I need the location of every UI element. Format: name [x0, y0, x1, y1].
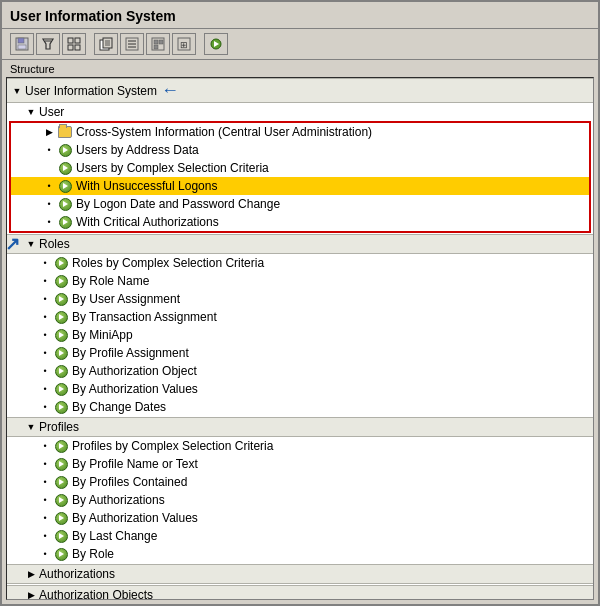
- root-label: User Information System: [25, 83, 157, 99]
- cross-system-label: Cross-System Information (Central User A…: [76, 124, 372, 140]
- logon-date-icon: [57, 197, 73, 211]
- tree-item-user-assignment[interactable]: • By User Assignment: [7, 290, 593, 308]
- roles-complex-bullet: •: [39, 257, 51, 269]
- critical-auth-icon: [57, 215, 73, 229]
- authorizations-icon: [53, 493, 69, 507]
- tree-item-transaction-assign[interactable]: • By Transaction Assignment: [7, 308, 593, 326]
- section-user[interactable]: ▼ User: [7, 103, 593, 121]
- change-dates-bullet: •: [39, 401, 51, 413]
- tree-area[interactable]: ▼ User Information System ← ▼ User ▶ Cro…: [6, 77, 594, 600]
- svg-rect-2: [18, 45, 26, 49]
- unsuccessful-bullet: •: [43, 180, 55, 192]
- svg-rect-8: [75, 45, 80, 50]
- red-box-user: ▶ Cross-System Information (Central User…: [9, 121, 591, 233]
- filter-button[interactable]: [36, 33, 60, 55]
- change-dates-icon: [53, 400, 69, 414]
- last-change-bullet: •: [39, 530, 51, 542]
- tree-item-complex-user[interactable]: Users by Complex Selection Criteria: [11, 159, 589, 177]
- auth-val-prof-icon: [53, 511, 69, 525]
- critical-bullet: •: [43, 216, 55, 228]
- auth-obj-label: By Authorization Object: [72, 363, 197, 379]
- toolbar: ⊞: [2, 29, 598, 60]
- tree-item-auth-object[interactable]: • By Authorization Object: [7, 362, 593, 380]
- auth-obj-bullet: •: [39, 365, 51, 377]
- svg-rect-1: [18, 38, 24, 43]
- tree-item-authorizations[interactable]: • By Authorizations: [7, 491, 593, 509]
- toolbar-separator-2: [198, 33, 202, 55]
- tree-item-profile-assign[interactable]: • By Profile Assignment: [7, 344, 593, 362]
- complex-bullet: [43, 162, 55, 174]
- section-auth-objects[interactable]: ▶ Authorization Objects: [7, 585, 593, 600]
- tree-item-roles-complex[interactable]: • Roles by Complex Selection Criteria: [7, 254, 593, 272]
- address-bullet: •: [43, 144, 55, 156]
- auth-obj-icon: [53, 364, 69, 378]
- authorizations-label: By Authorizations: [72, 492, 165, 508]
- tree-item-profile-name[interactable]: • By Profile Name or Text: [7, 455, 593, 473]
- auth-val-roles-icon: [53, 382, 69, 396]
- copy-button[interactable]: [94, 33, 118, 55]
- profiles-complex-label: Profiles by Complex Selection Criteria: [72, 438, 273, 454]
- auth-val-prof-label: By Authorization Values: [72, 510, 198, 526]
- svg-rect-5: [68, 38, 73, 43]
- tree-item-change-dates[interactable]: • By Change Dates: [7, 398, 593, 416]
- last-change-label: By Last Change: [72, 528, 157, 544]
- profile-assign-label: By Profile Assignment: [72, 345, 189, 361]
- unsuccessful-label: With Unsuccessful Logons: [76, 178, 217, 194]
- trans-assign-bullet: •: [39, 311, 51, 323]
- root-expand-icon: ▼: [11, 85, 23, 97]
- user-expand-icon: ▼: [25, 106, 37, 118]
- grid-button[interactable]: [62, 33, 86, 55]
- main-window: User Information System: [0, 0, 600, 606]
- button4[interactable]: ⊞: [172, 33, 196, 55]
- tree-item-address[interactable]: • Users by Address Data: [11, 141, 589, 159]
- svg-rect-6: [75, 38, 80, 43]
- section-authorizations[interactable]: ▶ Authorizations: [7, 564, 593, 584]
- tree-item-logon-date[interactable]: • By Logon Date and Password Change: [11, 195, 589, 213]
- tree-item-critical-auth[interactable]: • With Critical Authorizations: [11, 213, 589, 231]
- tree-root[interactable]: ▼ User Information System ←: [7, 78, 593, 103]
- by-role-label: By Role: [72, 546, 114, 562]
- svg-rect-21: [154, 45, 158, 49]
- auth-val-roles-label: By Authorization Values: [72, 381, 198, 397]
- user-assign-label: By User Assignment: [72, 291, 180, 307]
- tree-item-role-name[interactable]: • By Role Name: [7, 272, 593, 290]
- authorizations-expand-icon: ▶: [25, 568, 37, 580]
- svg-text:⊞: ⊞: [180, 40, 188, 50]
- address-label: Users by Address Data: [76, 142, 199, 158]
- tree-item-miniapp[interactable]: • By MiniApp: [7, 326, 593, 344]
- last-change-icon: [53, 529, 69, 543]
- toolbar-separator-1: [88, 33, 92, 55]
- auth-val-prof-bullet: •: [39, 512, 51, 524]
- tree-item-profiles-contained[interactable]: • By Profiles Contained: [7, 473, 593, 491]
- profiles-contained-icon: [53, 475, 69, 489]
- profile-name-icon: [53, 457, 69, 471]
- save-button[interactable]: [10, 33, 34, 55]
- tree-item-auth-values-profiles[interactable]: • By Authorization Values: [7, 509, 593, 527]
- tree-item-unsuccessful-logons[interactable]: • With Unsuccessful Logons: [11, 177, 589, 195]
- profiles-contained-label: By Profiles Contained: [72, 474, 187, 490]
- button2[interactable]: [120, 33, 144, 55]
- roles-section-label: Roles: [39, 236, 70, 252]
- button3[interactable]: [146, 33, 170, 55]
- logon-bullet: •: [43, 198, 55, 210]
- complex-user-icon: [57, 161, 73, 175]
- profile-name-bullet: •: [39, 458, 51, 470]
- complex-user-label: Users by Complex Selection Criteria: [76, 160, 269, 176]
- auth-objects-expand-icon: ▶: [25, 589, 37, 600]
- svg-rect-19: [154, 40, 158, 44]
- profiles-complex-bullet: •: [39, 440, 51, 452]
- address-icon: [57, 143, 73, 157]
- authorizations-bullet: •: [39, 494, 51, 506]
- miniapp-label: By MiniApp: [72, 327, 133, 343]
- tree-item-last-change[interactable]: • By Last Change: [7, 527, 593, 545]
- section-profiles[interactable]: ▼ Profiles: [7, 417, 593, 437]
- navigate-button[interactable]: [204, 33, 228, 55]
- role-name-icon: [53, 274, 69, 288]
- section-roles[interactable]: ▼ Roles ↗: [7, 234, 593, 254]
- profile-name-label: By Profile Name or Text: [72, 456, 198, 472]
- tree-item-profiles-complex[interactable]: • Profiles by Complex Selection Criteria: [7, 437, 593, 455]
- profiles-expand-icon: ▼: [25, 421, 37, 433]
- tree-item-auth-values-roles[interactable]: • By Authorization Values: [7, 380, 593, 398]
- tree-item-cross-system[interactable]: ▶ Cross-System Information (Central User…: [11, 123, 589, 141]
- tree-item-by-role[interactable]: • By Role: [7, 545, 593, 563]
